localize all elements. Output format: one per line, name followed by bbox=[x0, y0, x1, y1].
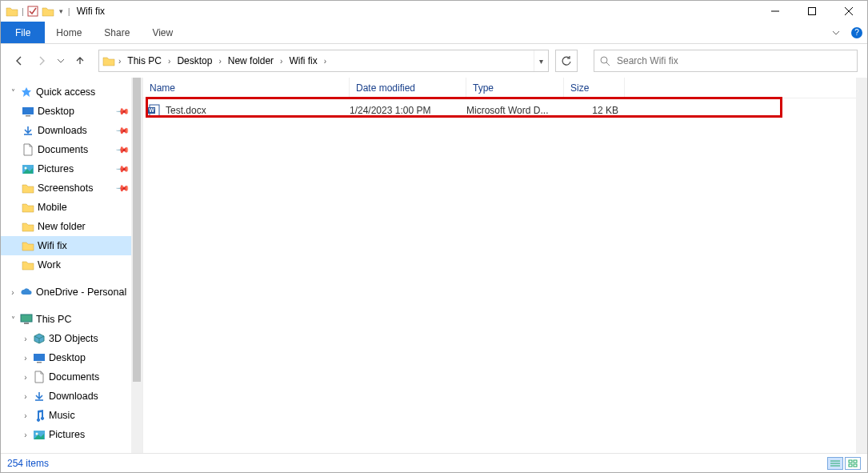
file-row[interactable]: WTest.docx1/24/2023 1:00 PMMicrosoft Wor… bbox=[143, 102, 867, 119]
nav-item[interactable]: New folder bbox=[1, 217, 142, 236]
breadcrumb-segment[interactable]: Wifi fix bbox=[286, 54, 320, 68]
breadcrumb-sep-icon[interactable]: › bbox=[115, 57, 124, 66]
forward-button[interactable] bbox=[33, 52, 50, 70]
nav-quick-access[interactable]: ˅ Quick access bbox=[1, 82, 142, 102]
nav-item[interactable]: ›Documents bbox=[1, 367, 142, 387]
col-size[interactable]: Size bbox=[564, 78, 625, 98]
cloud-icon bbox=[20, 286, 33, 299]
tab-home[interactable]: Home bbox=[45, 22, 93, 43]
nav-item[interactable]: Screenshots📌 bbox=[1, 178, 142, 198]
svg-rect-8 bbox=[26, 115, 30, 117]
search-box[interactable] bbox=[594, 50, 858, 72]
nav-item[interactable]: Mobile bbox=[1, 198, 142, 217]
svg-rect-0 bbox=[28, 6, 38, 16]
address-bar[interactable]: ›This PC›Desktop›New folder›Wifi fix› ▾ bbox=[98, 50, 549, 72]
svg-rect-13 bbox=[24, 323, 29, 324]
breadcrumb-sep-icon[interactable]: › bbox=[277, 57, 286, 66]
chevron-right-icon[interactable]: › bbox=[22, 354, 30, 363]
help-icon[interactable]: ? bbox=[851, 27, 862, 38]
chevron-down-icon[interactable]: ˅ bbox=[9, 315, 17, 324]
window-title: Wifi fix bbox=[77, 6, 105, 17]
nav-item[interactable]: Pictures📌 bbox=[1, 159, 142, 178]
col-date[interactable]: Date modified bbox=[350, 78, 466, 98]
close-button[interactable] bbox=[830, 1, 867, 22]
nav-item[interactable]: Wifi fix bbox=[1, 236, 142, 255]
file-size: 12 KB bbox=[564, 105, 618, 116]
file-list[interactable]: WTest.docx1/24/2023 1:00 PMMicrosoft Wor… bbox=[143, 98, 867, 453]
new-folder-icon[interactable] bbox=[42, 6, 54, 17]
nav-label: Pictures bbox=[38, 163, 74, 174]
folder-icon bbox=[22, 259, 34, 271]
downloads-icon bbox=[22, 124, 34, 137]
address-row: ›This PC›Desktop›New folder›Wifi fix› ▾ bbox=[1, 44, 867, 78]
svg-rect-26 bbox=[854, 460, 857, 463]
tab-file[interactable]: File bbox=[1, 22, 45, 43]
search-icon bbox=[599, 55, 610, 66]
breadcrumb-segment[interactable]: New folder bbox=[225, 54, 277, 68]
svg-rect-15 bbox=[37, 362, 42, 363]
svg-point-18 bbox=[36, 433, 38, 435]
breadcrumb-sep-icon[interactable]: › bbox=[165, 57, 174, 66]
navpane-scrollbar[interactable] bbox=[131, 78, 142, 453]
chevron-right-icon[interactable]: › bbox=[22, 411, 30, 420]
svg-rect-14 bbox=[34, 354, 45, 361]
nav-item[interactable]: ›Desktop bbox=[1, 348, 142, 367]
nav-label: Work bbox=[38, 259, 61, 271]
breadcrumb-sep-icon[interactable]: › bbox=[215, 57, 224, 66]
chevron-right-icon[interactable]: › bbox=[22, 373, 30, 382]
pictures-icon bbox=[33, 428, 46, 441]
nav-item[interactable]: Documents📌 bbox=[1, 140, 142, 159]
recent-dropdown-icon[interactable] bbox=[55, 52, 66, 70]
file-type: Microsoft Word D... bbox=[466, 105, 564, 116]
maximize-button[interactable] bbox=[794, 1, 830, 22]
search-input[interactable] bbox=[615, 54, 852, 67]
properties-icon[interactable] bbox=[27, 6, 38, 17]
nav-item[interactable]: ›Pictures bbox=[1, 425, 142, 444]
nav-label: Wifi fix bbox=[38, 240, 67, 251]
refresh-button[interactable] bbox=[555, 50, 578, 72]
back-button[interactable] bbox=[10, 52, 28, 70]
chevron-right-icon[interactable]: › bbox=[22, 335, 30, 343]
svg-rect-25 bbox=[849, 460, 852, 463]
svg-point-5 bbox=[601, 57, 607, 63]
svg-rect-28 bbox=[854, 464, 857, 467]
view-details-button[interactable] bbox=[827, 457, 843, 470]
pictures-icon bbox=[22, 162, 34, 175]
nav-item[interactable]: ›Downloads bbox=[1, 387, 142, 406]
breadcrumb-sep-icon[interactable]: › bbox=[321, 57, 330, 66]
qat-dropdown-icon[interactable]: ▾ bbox=[58, 7, 65, 15]
nav-label: This PC bbox=[36, 314, 71, 325]
nav-item[interactable]: Desktop📌 bbox=[1, 102, 142, 121]
nav-label: OneDrive - Personal bbox=[36, 287, 126, 298]
col-name[interactable]: Name bbox=[143, 78, 350, 98]
scroll-thumb[interactable] bbox=[133, 78, 141, 382]
nav-onedrive[interactable]: › OneDrive - Personal bbox=[1, 283, 142, 302]
col-type[interactable]: Type bbox=[466, 78, 564, 98]
ribbon-min-icon[interactable] bbox=[826, 22, 846, 43]
chevron-right-icon[interactable]: › bbox=[9, 288, 17, 297]
tab-view[interactable]: View bbox=[141, 22, 184, 43]
pin-icon: 📌 bbox=[114, 161, 130, 176]
nav-item[interactable]: ›Music bbox=[1, 406, 142, 425]
nav-item[interactable]: Work bbox=[1, 255, 142, 275]
chevron-right-icon[interactable]: › bbox=[22, 431, 30, 439]
star-icon bbox=[20, 86, 33, 98]
qat-separator: | bbox=[68, 6, 70, 16]
nav-this-pc[interactable]: ˅ This PC bbox=[1, 310, 142, 329]
up-button[interactable] bbox=[71, 52, 89, 70]
chevron-down-icon[interactable]: ˅ bbox=[9, 88, 17, 97]
content-scrollbar[interactable] bbox=[856, 78, 867, 453]
breadcrumb-segment[interactable]: Desktop bbox=[174, 54, 215, 68]
view-large-button[interactable] bbox=[845, 457, 861, 470]
address-history-icon[interactable]: ▾ bbox=[534, 50, 548, 71]
chevron-right-icon[interactable]: › bbox=[22, 392, 30, 401]
nav-item[interactable]: ›3D Objects bbox=[1, 329, 142, 348]
breadcrumb-segment[interactable]: This PC bbox=[124, 54, 165, 68]
qat-separator: | bbox=[22, 6, 24, 16]
folder-icon bbox=[102, 55, 115, 66]
nav-item[interactable]: Downloads📌 bbox=[1, 121, 142, 140]
minimize-button[interactable] bbox=[757, 1, 794, 22]
svg-rect-12 bbox=[21, 315, 32, 322]
file-date: 1/24/2023 1:00 PM bbox=[350, 105, 466, 116]
tab-share[interactable]: Share bbox=[93, 22, 141, 43]
